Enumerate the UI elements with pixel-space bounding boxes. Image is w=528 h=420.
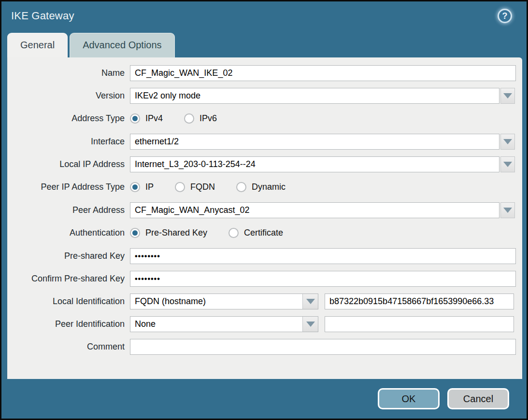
interface-input[interactable]: [130, 134, 499, 150]
pre-shared-key-input[interactable]: [130, 248, 516, 264]
radio-ipv6-label: IPv6: [200, 113, 217, 124]
peer-address-row: Peer Address: [7, 202, 516, 218]
peer-identification-label: Peer Identification: [7, 319, 125, 329]
peer-identification-type-select[interactable]: None: [130, 316, 318, 332]
radio-option-dynamic[interactable]: Dynamic: [236, 182, 285, 192]
version-dropdown-button[interactable]: [500, 88, 515, 104]
local-identification-type-value: FQDN (hostname): [130, 294, 302, 309]
address-type-radio-group: IPv4 IPv6: [130, 113, 238, 124]
name-label: Name: [7, 68, 125, 78]
local-identification-type-select[interactable]: FQDN (hostname): [130, 294, 318, 309]
radio-fqdn[interactable]: [175, 182, 185, 192]
authentication-row: Authentication Pre-Shared Key Certificat…: [7, 225, 516, 241]
title-bar: IKE Gateway ?: [1, 1, 527, 30]
confirm-pre-shared-key-input[interactable]: [130, 271, 516, 287]
name-row: Name: [7, 65, 516, 81]
radio-ipv6[interactable]: [184, 113, 194, 124]
chevron-down-icon: [503, 139, 512, 144]
radio-option-pre-shared-key[interactable]: Pre-Shared Key: [130, 228, 207, 238]
chevron-down-icon: [306, 299, 315, 304]
radio-option-fqdn[interactable]: FQDN: [175, 182, 215, 192]
radio-dynamic-label: Dynamic: [252, 182, 285, 192]
peer-identification-type-value: None: [130, 317, 302, 332]
chevron-down-icon: [503, 162, 512, 167]
radio-ipv4-label: IPv4: [145, 113, 163, 124]
interface-label: Interface: [7, 137, 125, 147]
chevron-down-icon: [503, 93, 512, 98]
comment-input[interactable]: [130, 339, 516, 355]
ike-gateway-dialog: IKE Gateway ? General Advanced Options N…: [0, 0, 528, 420]
radio-certificate[interactable]: [228, 228, 239, 238]
radio-ip[interactable]: [130, 182, 140, 192]
radio-option-ipv6[interactable]: IPv6: [184, 113, 217, 124]
radio-option-certificate[interactable]: Certificate: [228, 228, 283, 238]
tab-bar: General Advanced Options: [1, 30, 527, 57]
local-ip-address-label: Local IP Address: [7, 159, 125, 169]
dialog-footer: OK Cancel: [1, 379, 527, 419]
comment-label: Comment: [7, 342, 125, 352]
radio-pre-shared-key-label: Pre-Shared Key: [145, 228, 207, 238]
chevron-down-icon: [503, 208, 512, 213]
version-input[interactable]: [130, 88, 499, 104]
address-type-row: Address Type IPv4 IPv6: [7, 111, 516, 126]
radio-ip-label: IP: [145, 182, 154, 192]
local-identification-dropdown-button[interactable]: [302, 294, 318, 309]
peer-identification-value-input[interactable]: [325, 316, 514, 332]
local-ip-address-row: Local IP Address: [7, 156, 516, 172]
confirm-pre-shared-key-label: Confirm Pre-shared Key: [7, 274, 125, 284]
tab-advanced-options[interactable]: Advanced Options: [70, 33, 174, 57]
peer-address-dropdown-button[interactable]: [500, 202, 515, 218]
ok-button[interactable]: OK: [378, 388, 440, 409]
radio-pre-shared-key[interactable]: [130, 228, 140, 238]
peer-address-input[interactable]: [130, 202, 499, 218]
general-tab-panel: Name Version Address Type IPv4 IPv6: [7, 57, 522, 379]
local-identification-value-input[interactable]: [325, 294, 514, 309]
tab-general[interactable]: General: [7, 33, 68, 57]
chevron-down-icon: [306, 322, 315, 327]
local-identification-label: Local Identification: [7, 296, 125, 307]
comment-row: Comment: [7, 339, 516, 355]
peer-identification-dropdown-button[interactable]: [302, 317, 318, 332]
radio-fqdn-label: FQDN: [190, 182, 215, 192]
dialog-title: IKE Gateway: [11, 10, 498, 22]
peer-identification-row: Peer Identification None: [7, 316, 516, 332]
cancel-button[interactable]: Cancel: [447, 388, 509, 409]
interface-dropdown-button[interactable]: [500, 134, 515, 150]
peer-ip-address-type-label: Peer IP Address Type: [7, 182, 125, 192]
version-row: Version: [7, 88, 516, 104]
interface-row: Interface: [7, 134, 516, 150]
local-ip-address-input[interactable]: [130, 156, 499, 172]
authentication-label: Authentication: [7, 228, 125, 238]
pre-shared-key-row: Pre-shared Key: [7, 248, 516, 264]
name-input[interactable]: [130, 65, 516, 81]
peer-address-label: Peer Address: [7, 205, 125, 215]
radio-dynamic[interactable]: [236, 182, 246, 192]
local-identification-row: Local Identification FQDN (hostname): [7, 294, 516, 309]
peer-ip-address-type-radio-group: IP FQDN Dynamic: [130, 182, 307, 192]
radio-certificate-label: Certificate: [244, 228, 283, 238]
address-type-label: Address Type: [7, 113, 125, 124]
help-icon[interactable]: ?: [498, 9, 512, 23]
version-label: Version: [7, 91, 125, 101]
pre-shared-key-label: Pre-shared Key: [7, 251, 125, 261]
authentication-radio-group: Pre-Shared Key Certificate: [130, 228, 304, 238]
radio-option-ipv4[interactable]: IPv4: [130, 113, 163, 124]
confirm-pre-shared-key-row: Confirm Pre-shared Key: [7, 271, 516, 287]
local-ip-address-dropdown-button[interactable]: [500, 156, 515, 172]
peer-ip-address-type-row: Peer IP Address Type IP FQDN Dynamic: [7, 179, 516, 195]
radio-option-ip[interactable]: IP: [130, 182, 154, 192]
radio-ipv4[interactable]: [130, 113, 140, 124]
